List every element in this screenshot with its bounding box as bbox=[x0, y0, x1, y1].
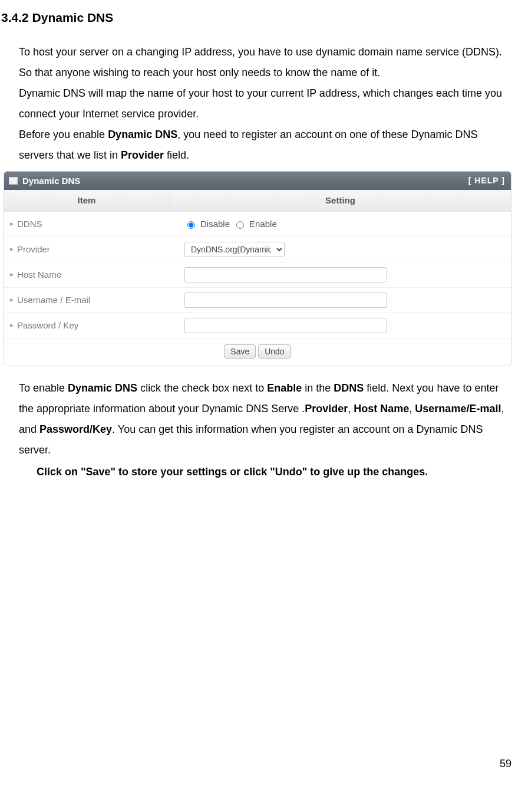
help-link[interactable]: [ HELP ] bbox=[468, 175, 505, 186]
outro-b3: DDNS bbox=[334, 382, 364, 394]
chevron-right-icon: ▸ bbox=[10, 270, 14, 280]
outro-f: , bbox=[348, 403, 354, 415]
password-label: Password / Key bbox=[17, 320, 78, 331]
outro-b1: Dynamic DNS bbox=[68, 382, 137, 394]
ddns-disable-radio[interactable] bbox=[187, 221, 195, 229]
outro-paragraph: To enable Dynamic DNS click the check bo… bbox=[19, 378, 514, 461]
outro-b4: Provider bbox=[305, 403, 348, 415]
dynamic-dns-panel: Dynamic DNS [ HELP ] Item Setting ▸ DDNS… bbox=[4, 171, 511, 366]
save-button[interactable]: Save bbox=[224, 344, 256, 359]
username-label: Username / E-mail bbox=[17, 294, 90, 306]
outro-b6: Username/E-mail bbox=[415, 403, 501, 415]
section-heading: 3.4.2 Dynamic DNS bbox=[1, 6, 514, 30]
chevron-right-icon: ▸ bbox=[10, 295, 14, 305]
column-setting: Setting bbox=[170, 190, 511, 211]
outro-b7: Password/Key bbox=[39, 423, 112, 435]
panel-icon bbox=[9, 177, 18, 185]
ddns-label: DDNS bbox=[17, 218, 42, 230]
button-row: Save Undo bbox=[4, 338, 511, 366]
outro-a: To enable bbox=[19, 382, 68, 394]
intro-line3c: field. bbox=[164, 149, 189, 161]
row-password: ▸ Password / Key bbox=[4, 313, 511, 338]
intro-bold-provider: Provider bbox=[121, 149, 164, 161]
outro-b5: Host Name bbox=[354, 403, 409, 415]
column-item: Item bbox=[4, 190, 170, 211]
hostname-input[interactable] bbox=[184, 267, 387, 282]
hostname-label: Host Name bbox=[17, 269, 61, 281]
ddns-disable-label: Disable bbox=[200, 218, 230, 230]
outro-d: in the bbox=[302, 382, 334, 394]
save-note-paragraph: Click on "Save" to store your settings o… bbox=[37, 462, 514, 482]
outro-g: , bbox=[409, 403, 415, 415]
ddns-enable-label: Enable bbox=[249, 218, 277, 230]
chevron-right-icon: ▸ bbox=[10, 219, 14, 229]
row-provider: ▸ Provider DynDNS.org(Dynamic) bbox=[4, 237, 511, 262]
row-username: ▸ Username / E-mail bbox=[4, 288, 511, 313]
row-ddns: ▸ DDNS Disable Enable bbox=[4, 212, 511, 237]
chevron-right-icon: ▸ bbox=[10, 245, 14, 254]
password-input[interactable] bbox=[184, 318, 387, 333]
intro-bold-dynamic-dns: Dynamic DNS bbox=[108, 129, 177, 140]
intro-paragraph: To host your server on a changing IP add… bbox=[19, 42, 514, 166]
provider-select[interactable]: DynDNS.org(Dynamic) bbox=[184, 242, 285, 257]
intro-line1: To host your server on a changing IP add… bbox=[19, 46, 502, 78]
panel-title: Dynamic DNS bbox=[22, 175, 80, 187]
provider-label: Provider bbox=[17, 244, 50, 255]
intro-line3a: Before you enable bbox=[19, 129, 108, 140]
column-headers: Item Setting bbox=[4, 190, 511, 212]
outro-b2: Enable bbox=[267, 382, 302, 394]
undo-button[interactable]: Undo bbox=[258, 344, 290, 359]
chevron-right-icon: ▸ bbox=[10, 321, 14, 330]
outro-c: click the check box next to bbox=[137, 382, 267, 394]
save-note: Click on "Save" to store your settings o… bbox=[37, 466, 428, 478]
row-hostname: ▸ Host Name bbox=[4, 262, 511, 288]
ddns-enable-radio[interactable] bbox=[236, 221, 244, 229]
username-input[interactable] bbox=[184, 292, 387, 308]
panel-header: Dynamic DNS [ HELP ] bbox=[4, 172, 511, 190]
intro-line2: Dynamic DNS will map the name of your ho… bbox=[19, 87, 502, 120]
page-number: 59 bbox=[1, 754, 514, 774]
